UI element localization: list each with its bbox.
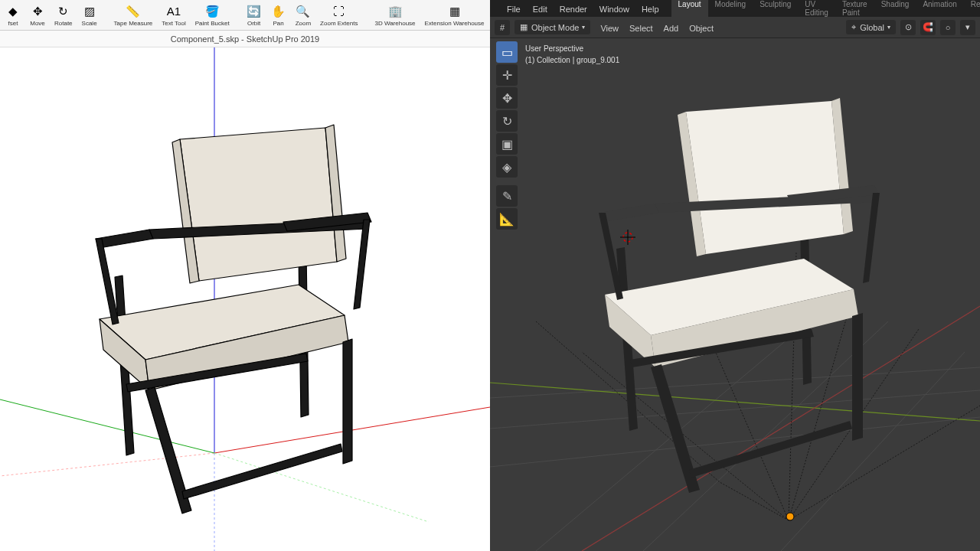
menu-file[interactable]: File xyxy=(501,3,527,15)
menu-window[interactable]: Window xyxy=(593,3,635,15)
measure-icon: 📐 xyxy=(499,212,514,227)
svg-line-3 xyxy=(0,453,214,476)
rotate-icon: ↻ xyxy=(56,4,71,19)
chevron-down-icon: ▾ xyxy=(582,24,585,31)
tool-move[interactable]: ✥Move xyxy=(28,2,47,28)
tool-zoom[interactable]: 🔍Zoom xyxy=(293,2,313,28)
proportional-icon[interactable]: ○ xyxy=(940,20,956,35)
snap-icon[interactable]: 🧲 xyxy=(920,20,936,35)
svg-marker-53 xyxy=(689,421,852,478)
mode-selector[interactable]: ▦ Object Mode ▾ xyxy=(514,20,590,34)
workspace-tab-shading[interactable]: Shading xyxy=(874,0,916,20)
viewport-menu-object[interactable]: Object xyxy=(684,21,719,35)
select-box-icon: ▭ xyxy=(501,45,513,60)
tool-annotate[interactable]: ✎ xyxy=(496,185,518,207)
svg-line-4 xyxy=(0,399,214,453)
tool-orbit[interactable]: 🔄Orbit xyxy=(244,2,264,28)
tool-zoomext[interactable]: ⛶Zoom Extents xyxy=(318,2,360,28)
tool-text[interactable]: A1Text Tool xyxy=(159,2,188,28)
svg-line-5 xyxy=(214,453,429,522)
workspace-tab-layout[interactable]: Layout xyxy=(671,0,708,20)
tool-label: Paint Bucket xyxy=(195,20,230,27)
viewport-menu-select[interactable]: Select xyxy=(624,21,658,35)
tool-label: Tape Measure xyxy=(114,20,153,27)
menu-edit[interactable]: Edit xyxy=(527,3,554,15)
tool-paint[interactable]: 🪣Paint Bucket xyxy=(193,2,232,28)
orientation-selector[interactable]: ⌖ Global ▾ xyxy=(846,20,896,34)
svg-marker-13 xyxy=(180,128,337,281)
blender-tool-shelf: ▭✛✥↻▣◈✎📐 xyxy=(496,41,518,230)
svg-line-25 xyxy=(490,367,980,398)
sketchup-document-title: Component_5.skp - SketchUp Pro 2019 xyxy=(171,34,319,44)
tool-label: Scale xyxy=(82,20,97,27)
svg-point-36 xyxy=(786,513,794,520)
tape-icon: 📏 xyxy=(126,4,141,19)
tool-move[interactable]: ✥ xyxy=(496,87,518,109)
svg-marker-22 xyxy=(182,444,342,499)
tool-label: fset xyxy=(8,20,18,27)
svg-marker-51 xyxy=(863,193,880,283)
tool-label: Move xyxy=(30,20,45,27)
blender-3d-viewport[interactable] xyxy=(490,38,980,551)
viewport-menu-view[interactable]: View xyxy=(595,21,624,35)
extware-icon: ▦ xyxy=(447,4,462,19)
tool-scale[interactable]: ▨Scale xyxy=(80,2,100,28)
workspace-tab-texture-paint[interactable]: Texture Paint xyxy=(835,0,874,20)
tool-cursor[interactable]: ✛ xyxy=(496,64,518,86)
origin-icon xyxy=(786,513,794,520)
chevron-down-icon: ▾ xyxy=(887,24,890,31)
editor-type-icon[interactable]: # xyxy=(495,20,510,35)
tool-warehouse[interactable]: 🏢3D Warehouse xyxy=(372,2,417,28)
sketchup-chair-model xyxy=(96,125,371,514)
svg-marker-43 xyxy=(852,313,863,441)
cursor-icon: ✛ xyxy=(502,68,512,83)
move-icon: ✥ xyxy=(30,4,45,19)
workspace-tab-animation[interactable]: Animation xyxy=(916,0,963,20)
viewport-menu-add[interactable]: Add xyxy=(658,21,684,35)
tool-label: Text Tool xyxy=(162,20,185,27)
tool-label: Zoom xyxy=(296,20,311,27)
scale-icon: ▣ xyxy=(501,137,513,152)
svg-marker-47 xyxy=(599,204,659,222)
tool-rotate[interactable]: ↻Rotate xyxy=(52,2,75,28)
tool-pan[interactable]: ✋Pan xyxy=(269,2,289,28)
pivot-icon[interactable]: ⊙ xyxy=(900,20,916,35)
workspace-tab-rendering[interactable]: Rendering xyxy=(964,0,980,20)
tool-scale[interactable]: ▣ xyxy=(496,133,518,155)
rotate-icon: ↻ xyxy=(502,114,512,129)
blender-window: FileEditRenderWindowHelp LayoutModelingS… xyxy=(490,0,980,551)
workspace-tab-sculpting[interactable]: Sculpting xyxy=(753,0,798,20)
text-icon: A1 xyxy=(166,4,181,19)
tool-tape[interactable]: 📏Tape Measure xyxy=(112,2,155,28)
svg-marker-16 xyxy=(96,230,153,248)
pan-icon: ✋ xyxy=(271,4,286,19)
orientation-icon: ⌖ xyxy=(851,22,856,32)
tool-offset[interactable]: ◆fset xyxy=(3,2,23,28)
view-name: User Perspective xyxy=(525,43,619,54)
menu-help[interactable]: Help xyxy=(635,3,665,15)
svg-line-31 xyxy=(490,383,980,421)
offset-icon: ◆ xyxy=(5,4,21,19)
workspace-tab-uv-editing[interactable]: UV Editing xyxy=(798,0,835,20)
sketchup-viewport[interactable] xyxy=(0,47,490,551)
3d-cursor-icon xyxy=(620,230,635,245)
svg-marker-44 xyxy=(686,101,844,254)
tool-label: Extension Warehouse xyxy=(425,20,485,27)
tool-measure[interactable]: 📐 xyxy=(496,208,518,230)
chevron-down-icon[interactable]: ▾ xyxy=(960,20,975,35)
workspace-tab-modeling[interactable]: Modeling xyxy=(708,0,753,20)
blender-menubar: FileEditRenderWindowHelp LayoutModelingS… xyxy=(490,0,980,17)
tool-select-box[interactable]: ▭ xyxy=(496,41,518,63)
tool-label: Rotate xyxy=(54,20,73,27)
tool-rotate[interactable]: ↻ xyxy=(496,110,518,132)
tool-extware[interactable]: ▦Extension Warehouse xyxy=(423,2,487,28)
warehouse-icon: 🏢 xyxy=(387,4,403,19)
menu-render[interactable]: Render xyxy=(554,3,593,15)
sketchup-toolbar: ◆fset✥Move↻Rotate▨Scale📏Tape MeasureA1Te… xyxy=(0,0,490,31)
tool-label: 3D Warehouse xyxy=(374,20,415,27)
tool-label: Orbit xyxy=(247,20,260,27)
sketchup-window: ◆fset✥Move↻Rotate▨Scale📏Tape MeasureA1Te… xyxy=(0,0,490,551)
paint-icon: 🪣 xyxy=(204,4,220,19)
workspace-tabs: LayoutModelingSculptingUV EditingTexture… xyxy=(671,0,980,20)
tool-transform[interactable]: ◈ xyxy=(496,156,518,178)
